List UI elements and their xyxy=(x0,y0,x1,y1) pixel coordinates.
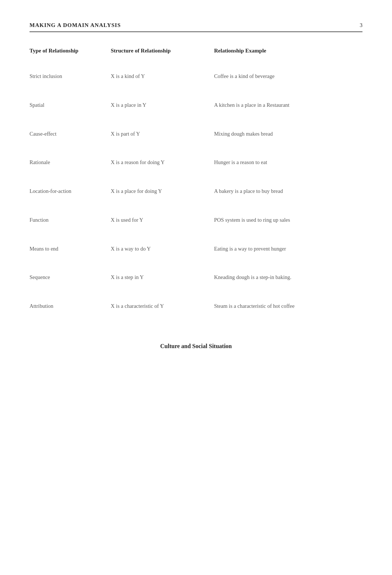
table-header-row: Type of Relationship Structure of Relati… xyxy=(30,47,362,58)
cell-type: Location-for-action xyxy=(30,187,111,195)
table-row: Cause-effect X is part of Y Mixing dough… xyxy=(30,120,362,149)
cell-structure: X is a place in Y xyxy=(111,101,214,109)
cell-example: Coffee is a kind of beverage xyxy=(214,72,362,81)
col-header-structure: Structure of Relationship xyxy=(111,47,214,55)
cell-type: Sequence xyxy=(30,273,111,282)
cell-example: POS system is used to ring up sales xyxy=(214,216,362,224)
page-number: 3 xyxy=(360,22,363,28)
page-header: MAKING A DOMAIN ANALYSIS 3 xyxy=(30,22,362,32)
table-row: Rationale X is a reason for doing Y Hung… xyxy=(30,148,362,177)
table-row: Spatial X is a place in Y A kitchen is a… xyxy=(30,91,362,120)
cell-type: Cause-effect xyxy=(30,130,111,138)
table-row: Attribution X is a characteristic of Y S… xyxy=(30,292,362,321)
table-row: Sequence X is a step in Y Kneading dough… xyxy=(30,263,362,292)
cell-type: Strict inclusion xyxy=(30,72,111,81)
cell-example: Kneading dough is a step-in baking. xyxy=(214,273,362,282)
cell-example: Mixing dough makes bread xyxy=(214,130,362,138)
cell-structure: X is used for Y xyxy=(111,216,214,224)
page-title: MAKING A DOMAIN ANALYSIS xyxy=(30,22,121,28)
cell-type: Function xyxy=(30,216,111,224)
cell-type: Attribution xyxy=(30,302,111,310)
cell-structure: X is a way to do Y xyxy=(111,245,214,253)
col-header-example: Relationship Example xyxy=(214,47,362,55)
table-row: Means to end X is a way to do Y Eating i… xyxy=(30,235,362,263)
cell-example: Steam is a characteristic of hot coffee xyxy=(214,302,362,310)
cell-example: A bakery is a place to buy bread xyxy=(214,187,362,195)
cell-example: Eating is a way to prevent hunger xyxy=(214,245,362,253)
cell-structure: X is a place for doing Y xyxy=(111,187,214,195)
cell-example: A kitchen is a place in a Restaurant xyxy=(214,101,362,109)
cell-structure: X is part of Y xyxy=(111,130,214,138)
main-table: Type of Relationship Structure of Relati… xyxy=(30,47,362,321)
cell-type: Means to end xyxy=(30,245,111,253)
cell-structure: X is a step in Y xyxy=(111,273,214,282)
table-row: Strict inclusion X is a kind of Y Coffee… xyxy=(30,62,362,91)
table-rows-container: Strict inclusion X is a kind of Y Coffee… xyxy=(30,62,362,321)
cell-type: Rationale xyxy=(30,159,111,167)
table-row: Location-for-action X is a place for doi… xyxy=(30,177,362,206)
col-header-type: Type of Relationship xyxy=(30,47,111,55)
cell-structure: X is a characteristic of Y xyxy=(111,302,214,310)
cell-example: Hunger is a reason to eat xyxy=(214,159,362,167)
cell-structure: X is a reason for doing Y xyxy=(111,159,214,167)
section-header: Culture and Social Situation xyxy=(30,343,362,350)
cell-type: Spatial xyxy=(30,101,111,109)
cell-structure: X is a kind of Y xyxy=(111,72,214,81)
table-row: Function X is used for Y POS system is u… xyxy=(30,206,362,235)
section-title: Culture and Social Situation xyxy=(160,343,232,349)
